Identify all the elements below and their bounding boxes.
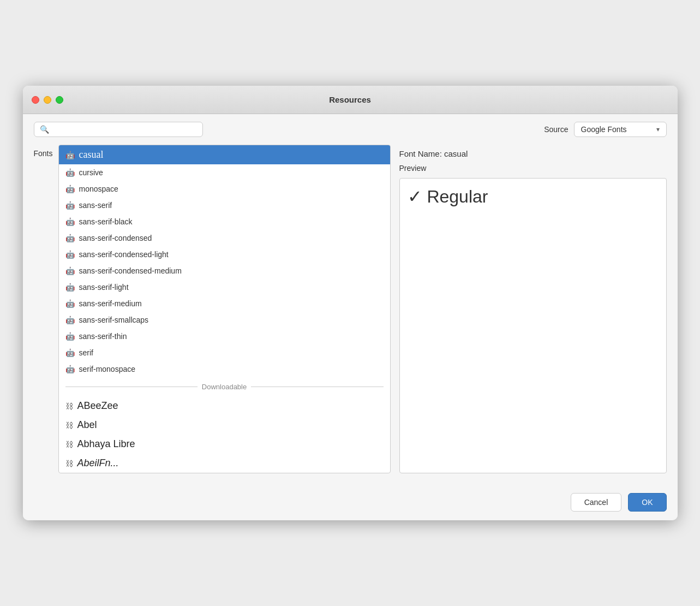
preview-box: ✓ Regular <box>399 178 667 473</box>
font-item-label: serif-monospace <box>79 365 136 373</box>
android-icon: 🤖 <box>65 250 75 259</box>
titlebar: Resources <box>23 86 678 114</box>
search-input[interactable] <box>52 125 197 134</box>
source-dropdown[interactable]: Google Fonts ▾ <box>574 122 667 137</box>
list-item[interactable]: 🤖sans-serif-thin <box>59 328 390 344</box>
font-item-label: ABeeZee <box>77 400 118 412</box>
android-icon: 🤖 <box>65 283 75 292</box>
android-icon: 🤖 <box>65 151 75 159</box>
font-item-label: AbeilFn... <box>77 458 119 469</box>
section-divider: Downloadable <box>59 377 390 396</box>
list-item[interactable]: 🤖sans-serif-light <box>59 279 390 295</box>
android-icon: 🤖 <box>65 168 75 177</box>
minimize-button[interactable] <box>44 96 51 104</box>
list-item[interactable]: 🤖sans-serif-smallcaps <box>59 312 390 328</box>
font-item-label: sans-serif-smallcaps <box>79 316 149 324</box>
android-icon: 🤖 <box>65 332 75 341</box>
divider-line <box>251 387 383 387</box>
android-icon: 🤖 <box>65 316 75 324</box>
font-item-label: Abel <box>77 419 97 431</box>
list-item[interactable]: 🤖sans-serif-condensed-light <box>59 246 390 263</box>
divider-line <box>65 387 198 387</box>
list-item[interactable]: 🤖cursive <box>59 164 390 181</box>
list-item[interactable]: 🤖serif <box>59 344 390 361</box>
link-icon: ⛓ <box>65 402 73 411</box>
source-dropdown-value: Google Fonts <box>581 125 627 134</box>
list-item[interactable]: 🤖sans-serif-black <box>59 213 390 230</box>
list-item[interactable]: ⛓Abel <box>59 415 390 435</box>
font-item-label: sans-serif-condensed-medium <box>79 266 182 275</box>
font-item-label: sans-serif <box>79 201 112 210</box>
close-button[interactable] <box>32 96 39 104</box>
chevron-down-icon: ▾ <box>656 126 660 133</box>
source-label: Source <box>544 125 568 134</box>
ok-button[interactable]: OK <box>628 493 666 512</box>
preview-regular: ✓ Regular <box>408 187 488 206</box>
font-item-label: sans-serif-black <box>79 217 133 226</box>
list-item[interactable]: 🤖sans-serif-medium <box>59 295 390 312</box>
divider-text: Downloadable <box>202 383 247 391</box>
cancel-button[interactable]: Cancel <box>571 493 622 512</box>
font-item-label: sans-serif-condensed-light <box>79 250 169 259</box>
list-item[interactable]: 🤖sans-serif <box>59 197 390 213</box>
link-icon: ⛓ <box>65 440 73 449</box>
font-item-label: sans-serif-condensed <box>79 234 152 242</box>
android-icon: 🤖 <box>65 348 75 357</box>
android-icon: 🤖 <box>65 365 75 373</box>
list-item[interactable]: 🤖casual <box>59 145 390 164</box>
android-icon: 🤖 <box>65 185 75 193</box>
list-item[interactable]: ⛓Abhaya Libre <box>59 435 390 454</box>
preview-label: Preview <box>399 164 667 173</box>
fonts-label: Fonts <box>34 145 53 473</box>
android-icon: 🤖 <box>65 234 75 242</box>
font-item-label: sans-serif-light <box>79 283 129 292</box>
font-item-label: sans-serif-thin <box>79 332 127 341</box>
font-name-label: Font Name: casual <box>399 145 667 158</box>
traffic-lights <box>32 96 63 104</box>
list-item[interactable]: 🤖sans-serif-condensed <box>59 230 390 246</box>
font-item-label: casual <box>79 149 104 161</box>
font-list-container: 🤖casual🤖cursive🤖monospace🤖sans-serif🤖san… <box>58 145 391 473</box>
font-item-label: Abhaya Libre <box>77 438 135 450</box>
maximize-button[interactable] <box>56 96 63 104</box>
android-icon: 🤖 <box>65 201 75 210</box>
list-item[interactable]: 🤖sans-serif-condensed-medium <box>59 263 390 279</box>
footer: Cancel OK <box>23 484 678 520</box>
search-box[interactable]: 🔍 <box>34 122 203 137</box>
main-content: Fonts 🤖casual🤖cursive🤖monospace🤖sans-ser… <box>23 145 678 484</box>
list-item[interactable]: ⛓ABeeZee <box>59 396 390 415</box>
search-icon: 🔍 <box>40 125 49 134</box>
font-list: 🤖casual🤖cursive🤖monospace🤖sans-serif🤖san… <box>59 145 390 473</box>
font-item-label: serif <box>79 348 93 357</box>
resources-window: Resources 🔍 Source Google Fonts ▾ Fonts … <box>23 86 678 520</box>
link-icon: ⛓ <box>65 421 73 430</box>
font-item-label: monospace <box>79 185 118 193</box>
android-icon: 🤖 <box>65 266 75 275</box>
list-item[interactable]: 🤖serif-monospace <box>59 361 390 377</box>
toolbar: 🔍 Source Google Fonts ▾ <box>23 114 678 145</box>
font-item-label: cursive <box>79 168 103 177</box>
left-panel: Fonts 🤖casual🤖cursive🤖monospace🤖sans-ser… <box>34 145 391 473</box>
list-item[interactable]: ⛓AbeilFn... <box>59 454 390 473</box>
list-item[interactable]: 🤖monospace <box>59 181 390 197</box>
right-panel: Font Name: casual Preview ✓ Regular <box>399 145 667 473</box>
checkmark-icon: ✓ <box>408 187 422 206</box>
font-item-label: sans-serif-medium <box>79 299 142 308</box>
android-icon: 🤖 <box>65 217 75 226</box>
android-icon: 🤖 <box>65 299 75 308</box>
window-title: Resources <box>329 95 371 104</box>
link-icon: ⛓ <box>65 459 73 468</box>
source-section: Source Google Fonts ▾ <box>544 122 666 137</box>
